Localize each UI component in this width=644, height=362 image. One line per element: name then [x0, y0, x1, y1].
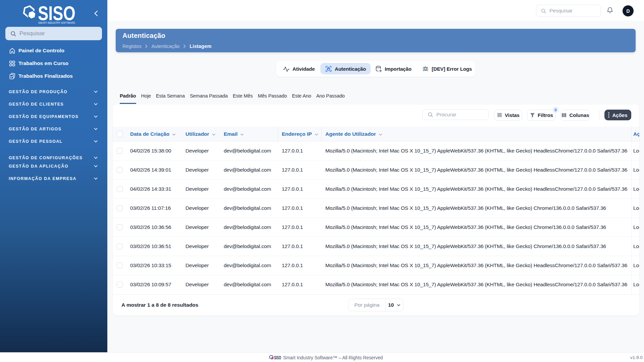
svg-text:SMART INDUSTRY SOFTWARE: SMART INDUSTRY SOFTWARE	[38, 21, 75, 24]
svg-text:SISO: SISO	[274, 355, 281, 360]
